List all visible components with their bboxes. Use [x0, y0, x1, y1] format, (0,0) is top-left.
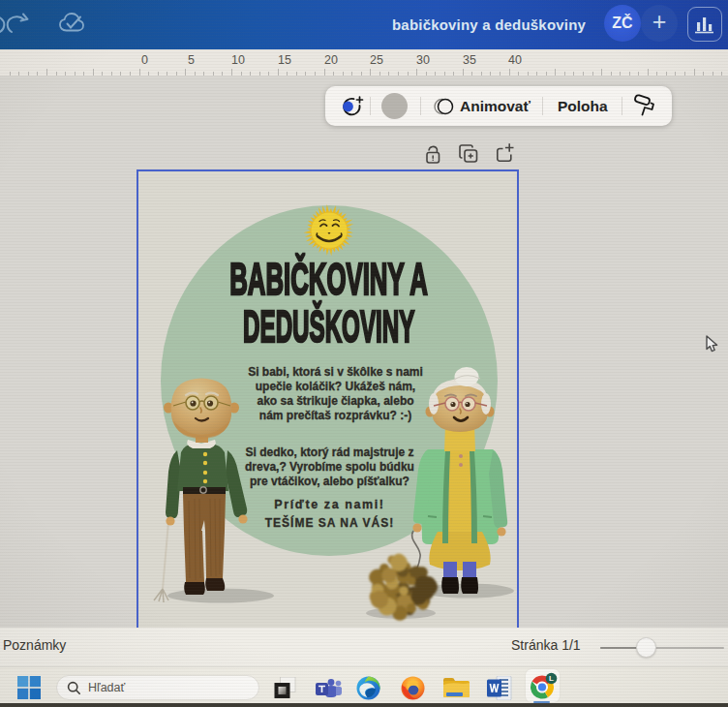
svg-text:L: L	[549, 674, 554, 683]
